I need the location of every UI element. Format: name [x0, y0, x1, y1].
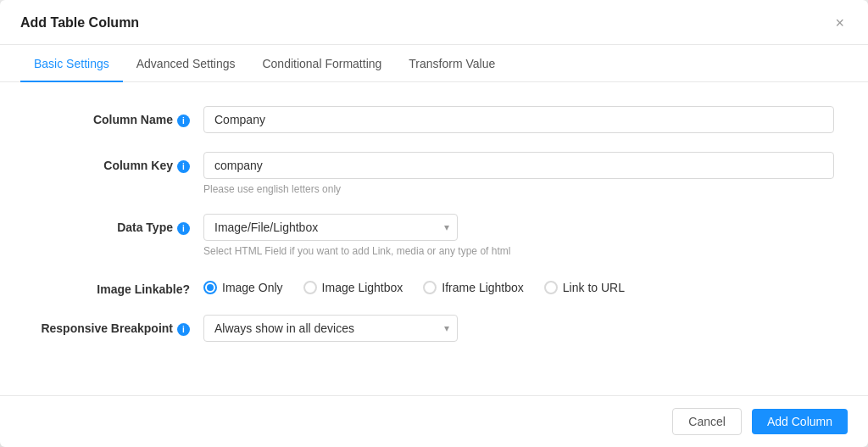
- modal-header: Add Table Column ×: [0, 0, 868, 45]
- add-table-column-modal: Add Table Column × Basic Settings Advanc…: [0, 0, 868, 447]
- responsive-breakpoint-row: Responsive Breakpoint i Always show in a…: [34, 315, 834, 342]
- column-key-field: Please use english letters only: [203, 152, 834, 195]
- add-column-button[interactable]: Add Column: [752, 409, 848, 434]
- radio-image-lightbox-label: Image Lightbox: [322, 281, 403, 294]
- image-linkable-row: Image Linkable? Image Only Image Lightbo…: [34, 276, 834, 296]
- column-key-input[interactable]: [203, 152, 834, 179]
- column-name-row: Column Name i: [34, 106, 834, 133]
- responsive-breakpoint-select[interactable]: Always show in all devices Show on deskt…: [203, 315, 458, 342]
- radio-iframe-lightbox[interactable]: Iframe Lightbox: [423, 281, 524, 294]
- data-type-label: Data Type i: [34, 214, 203, 235]
- modal-body: Column Name i Column Key i Please use en…: [0, 82, 868, 395]
- image-linkable-radio-group: Image Only Image Lightbox Iframe Lightbo…: [203, 276, 834, 294]
- data-type-info-icon[interactable]: i: [177, 222, 190, 235]
- tabs-bar: Basic Settings Advanced Settings Conditi…: [0, 45, 868, 82]
- column-name-field: [203, 106, 834, 133]
- radio-iframe-lightbox-label: Iframe Lightbox: [442, 281, 524, 294]
- radio-link-to-url-input[interactable]: [544, 281, 558, 294]
- data-type-select-wrap: Image/File/Lightbox Text Number Date HTM…: [203, 214, 458, 241]
- data-type-select[interactable]: Image/File/Lightbox Text Number Date HTM…: [203, 214, 458, 241]
- radio-iframe-lightbox-input[interactable]: [423, 281, 437, 294]
- modal-title: Add Table Column: [20, 15, 139, 31]
- column-name-info-icon[interactable]: i: [177, 115, 190, 127]
- radio-image-only-input[interactable]: [203, 281, 217, 294]
- radio-link-to-url-label: Link to URL: [563, 281, 625, 294]
- responsive-select-wrap: Always show in all devices Show on deskt…: [203, 315, 458, 342]
- radio-image-only[interactable]: Image Only: [203, 281, 283, 294]
- column-key-row: Column Key i Please use english letters …: [34, 152, 834, 195]
- modal-footer: Cancel Add Column: [0, 395, 868, 447]
- cancel-button[interactable]: Cancel: [672, 408, 742, 435]
- data-type-row: Data Type i Image/File/Lightbox Text Num…: [34, 214, 834, 257]
- responsive-info-icon[interactable]: i: [177, 323, 190, 336]
- radio-image-only-label: Image Only: [222, 281, 283, 294]
- data-type-hint: Select HTML Field if you want to add Lin…: [203, 245, 542, 257]
- tab-transform-value[interactable]: Transform Value: [395, 45, 509, 82]
- column-name-label: Column Name i: [34, 106, 203, 127]
- column-key-hint: Please use english letters only: [203, 183, 834, 195]
- radio-link-to-url[interactable]: Link to URL: [544, 281, 625, 294]
- image-linkable-field: Image Only Image Lightbox Iframe Lightbo…: [203, 276, 834, 294]
- responsive-breakpoint-field: Always show in all devices Show on deskt…: [203, 315, 834, 342]
- responsive-breakpoint-label: Responsive Breakpoint i: [34, 315, 203, 336]
- image-linkable-label: Image Linkable?: [34, 276, 203, 296]
- radio-image-lightbox-input[interactable]: [303, 281, 317, 294]
- tab-advanced-settings[interactable]: Advanced Settings: [123, 45, 249, 82]
- tab-basic-settings[interactable]: Basic Settings: [20, 45, 123, 82]
- data-type-field: Image/File/Lightbox Text Number Date HTM…: [203, 214, 834, 257]
- tab-conditional-formatting[interactable]: Conditional Formatting: [248, 45, 395, 82]
- column-key-info-icon[interactable]: i: [177, 160, 190, 173]
- radio-image-lightbox[interactable]: Image Lightbox: [303, 281, 403, 294]
- close-button[interactable]: ×: [832, 14, 848, 32]
- column-key-label: Column Key i: [34, 152, 203, 173]
- column-name-input[interactable]: [203, 106, 834, 133]
